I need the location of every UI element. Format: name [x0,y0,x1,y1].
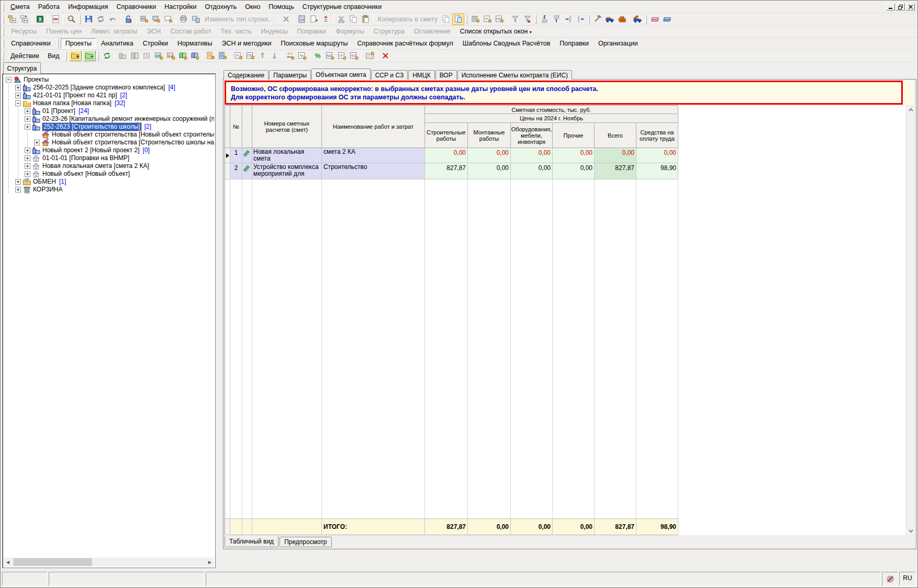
menu-item-7[interactable]: Окно [241,2,264,12]
view-tab-2[interactable]: Предпросмотр [279,537,331,547]
col-header-value-5[interactable]: Всего [595,123,636,148]
cell-numbers[interactable]: Устройство комплекса мероприятий для [252,163,322,179]
section-tab-9[interactable]: Шаблоны Сводных Расчётов [458,38,555,49]
menu-item-6[interactable]: Отдохнуть [201,2,241,12]
comment-settings-icon[interactable] [162,14,174,25]
section-tab-2[interactable]: Проекты [61,38,96,49]
section-tab-5[interactable]: Нормативы [173,38,217,49]
filter-icon[interactable] [509,14,521,25]
scrollbar-thumb[interactable] [14,558,92,566]
workspace-tab-6[interactable]: ВОР [435,70,457,80]
collapse-all-button[interactable] [83,50,96,61]
cell-value[interactable]: 0,00 [425,148,468,163]
cell-num[interactable]: 2 [230,163,242,179]
object-image-icon[interactable] [190,14,202,25]
cell-value[interactable]: 827,87 [595,163,636,179]
view-tab-1[interactable]: Табличный вид [225,536,278,547]
table-icon[interactable] [141,50,153,62]
cell-value[interactable]: 0,00 [595,148,636,163]
move-first-icon[interactable] [539,14,551,25]
menu-item-2[interactable]: Работа [34,2,64,12]
blue-book-settings-icon[interactable] [189,50,201,62]
tree-item[interactable]: +252-2623 [Строительство школы][2] [4,123,214,131]
tree-item[interactable]: +КОРЗИНА [4,186,214,194]
paste-sheet-icon[interactable] [452,14,464,25]
cell-value[interactable]: 0,00 [468,163,511,179]
menu-item-1[interactable]: Смета [6,2,34,12]
paste-icon[interactable] [360,14,372,25]
section-tab-4[interactable]: Стройки [138,38,173,49]
copy-building-icon[interactable] [129,50,141,62]
section-tab-10[interactable]: Поправки [555,38,594,49]
cell-numbers[interactable]: Новая локальная смета [252,148,322,163]
resources-icon[interactable] [284,50,296,62]
col-header-value-4[interactable]: Прочие [553,123,595,148]
col-header-name[interactable]: Наименование работ и затрат [322,106,425,148]
indent-left-icon[interactable] [563,14,575,25]
menu-item-8[interactable]: Помощь [264,2,298,12]
col-header-numbers[interactable]: Номера сметных расчетов (смет) [252,106,322,148]
section-tab-7[interactable]: Поисковые маршруты [276,38,353,49]
copy-sheet-icon[interactable] [440,14,452,25]
tab-structure[interactable]: Структура [3,62,41,74]
move-last-icon[interactable] [551,14,563,25]
scroll-up-icon[interactable] [906,105,915,114]
tree-item-label[interactable]: 01-01-01 [Поправки на ВНМР] [42,154,129,162]
folder-settings-icon[interactable] [364,50,376,62]
add-page-icon[interactable] [308,14,320,25]
indent-right-icon[interactable] [575,14,587,25]
collapse-icon[interactable]: − [6,77,12,83]
tree-horizontal-scrollbar[interactable]: ◄ ► [4,558,214,567]
scroll-left-icon[interactable]: ◄ [4,558,12,567]
cell-value[interactable]: 0,00 [511,163,553,179]
book-settings-icon[interactable] [469,14,482,25]
computer-settings-icon[interactable] [150,14,162,25]
expand-icon[interactable]: + [25,163,30,169]
expand-icon[interactable]: + [25,124,30,130]
col-header-value-3[interactable]: Оборудования, мебели, инвентаря [511,123,553,148]
expand-icon[interactable]: + [15,93,21,98]
tree-item-label[interactable]: КОРЗИНА [33,186,62,194]
workspace-tab-7[interactable]: Исполнение Сметы контракта (ЕИС) [457,70,572,80]
expand-all-button[interactable] [69,50,82,61]
col-header-value-6[interactable]: Средства на оплату труда [636,123,678,148]
new-building-icon[interactable] [117,50,129,62]
expand-icon[interactable]: + [15,85,21,91]
cell-value[interactable]: 98,90 [636,163,678,179]
percent-settings-icon[interactable]: % [296,50,308,62]
tree-item[interactable]: +ОБМЕН[1] [4,178,214,186]
status-language[interactable]: RU [899,572,916,586]
p-settings-icon[interactable]: P [482,14,494,25]
restore-button[interactable] [896,3,905,10]
cell-name[interactable]: смета 2 КА [322,148,425,163]
tree-item-label[interactable]: Новый проект 2 [Новый проект 2] [42,146,140,154]
tree-item[interactable]: +421-01-01 [Проект по 421 пр][2] [4,92,214,99]
section-tab-6[interactable]: ЭСН и методики [217,38,276,49]
cell-name[interactable]: Строительство [322,163,425,179]
tree-item-label[interactable]: Новый объект строительства [Строительств… [52,139,214,146]
materials-icon[interactable] [616,14,628,25]
section-tab-8[interactable]: Справочник расчётных формул [353,38,458,49]
section-tab-11[interactable]: Организации [594,38,643,49]
expand-icon[interactable]: + [25,116,30,122]
action-menu[interactable]: Действие [6,51,43,61]
tree-item-label[interactable]: Новая локальная смета [смета 2 КА] [42,162,149,170]
delivery-icon[interactable] [632,14,644,25]
tree-item-label[interactable]: Новый объект строительства [Новый объект… [52,131,214,139]
machines-icon[interactable] [604,14,616,25]
op-settings-icon[interactable]: 0Р [336,50,348,62]
close-button[interactable] [906,3,915,10]
search-icon[interactable] [65,14,77,25]
view-menu[interactable]: Вид [43,51,64,61]
m2-settings-icon[interactable]: М2 [324,50,336,62]
blue-doc-settings-icon[interactable] [217,50,229,62]
export-pdf-icon[interactable]: PDF [50,14,62,25]
tree-item-label[interactable]: 252-2623 [Строительство школы] [42,123,141,131]
delete-row-icon[interactable] [280,14,292,25]
estimate-doc-icon[interactable] [242,148,252,163]
print-icon[interactable] [178,14,190,25]
delete-icon[interactable] [379,50,391,62]
tree-item-label[interactable]: 421-01-01 [Проект по 421 пр] [33,92,117,99]
object-params-icon[interactable] [153,50,165,62]
sort-icon[interactable] [320,14,332,25]
